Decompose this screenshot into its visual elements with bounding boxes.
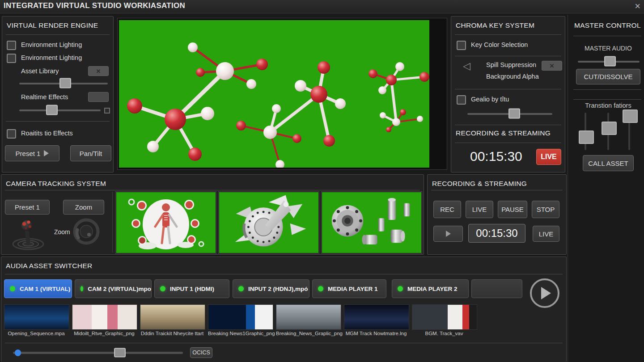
chroma-key-panel: CHROMA KEY SYSTEM Key Color Selection ◁ … (451, 16, 565, 173)
media-thumbnail-3[interactable] (140, 304, 205, 330)
transition-fader-3[interactable] (623, 113, 636, 150)
fader-handle[interactable] (623, 109, 638, 123)
stop-button[interactable]: STOP (532, 201, 559, 218)
asset-library-close-button[interactable]: ✕ (88, 66, 109, 76)
env-lighting-checkbox-2[interactable] (7, 54, 16, 63)
divider (6, 34, 110, 35)
media-thumbnail-5[interactable] (276, 304, 341, 330)
divider (455, 34, 561, 35)
source-cam1-button[interactable]: CAM 1 (VIRTUAL) (4, 279, 72, 298)
pause-label: PAUSE (501, 206, 524, 213)
ocics-label: OCICS (192, 349, 210, 356)
source-media1-button[interactable]: MEDIA PLAYER 1 (312, 279, 386, 298)
live-label: LIVE (472, 206, 487, 213)
rec-button[interactable]: REC (433, 201, 461, 218)
zoom-knob[interactable] (72, 217, 101, 246)
spill-suppression-label: Spill Suppression (486, 61, 536, 68)
divider (455, 125, 561, 125)
triangle-left-icon[interactable]: ◁ (463, 60, 470, 72)
source-input2-button[interactable]: INPUT 2 (HDNJ),mpó (233, 279, 309, 298)
source-empty-button[interactable] (471, 279, 522, 298)
realtime-effects-label: Realtime Effects (21, 93, 68, 101)
master-audio-slider[interactable] (578, 57, 640, 65)
slider-handle[interactable] (508, 109, 520, 119)
source-label: CAM 1 (VIRTUAL) (20, 286, 70, 292)
master-divider (568, 15, 568, 362)
env-lighting-label-1: Environment Lighting (21, 41, 82, 48)
source-input1-button[interactable]: INPUT 1 (HDMI) (154, 279, 229, 298)
media-thumbnail-1[interactable] (4, 304, 69, 330)
machine-parts-graphic (322, 192, 421, 253)
slider-track[interactable] (19, 109, 101, 111)
program-preview[interactable] (117, 18, 447, 170)
gealio-label: Gealio by tîtu (471, 96, 509, 103)
media-caption: Breaking News1Graphic_png (208, 331, 272, 336)
spill-close-button[interactable]: ✕ (542, 61, 562, 71)
timeline-handle[interactable] (114, 348, 126, 358)
media-thumbnail-7[interactable] (412, 304, 477, 330)
cut-dissolve-label: CUT/DISSOLVE (584, 73, 633, 80)
source-cam2-button[interactable]: CAM 2 (VIRTUAL)mpo (75, 279, 152, 298)
play-icon (541, 287, 551, 299)
pause-button[interactable]: PAUSE (498, 201, 527, 218)
window-title: INTEGRATED VIRTUAL STUDIO WORKIASATION (4, 1, 185, 10)
media-caption: Midoilt_Rtve_Graphic_png (72, 331, 136, 336)
stream-timer: 00:15:30 (470, 149, 522, 164)
pan-tilt-label: Pan/Tilt (80, 150, 102, 157)
divider (6, 121, 110, 122)
play-icon (44, 150, 49, 156)
media-caption: Opening_Sequence.mpa (4, 331, 68, 336)
camera-preset-label: Preset 1 (15, 203, 40, 211)
tally-dot (318, 286, 323, 291)
fader-handle[interactable] (579, 130, 594, 144)
camera-preset-button[interactable]: Preset 1 (5, 200, 50, 215)
camera-preview-2[interactable] (219, 192, 319, 253)
slider-handle[interactable] (46, 105, 58, 115)
pan-tilt-button[interactable]: Pan/Tilt (70, 145, 111, 161)
effects-intensity-slider[interactable] (19, 106, 101, 114)
effects-checkbox[interactable] (7, 129, 16, 139)
play-button[interactable] (433, 226, 463, 242)
camera-preview-3[interactable] (322, 192, 422, 253)
media-thumbnail-6[interactable] (344, 304, 409, 330)
live-button-2[interactable]: LIVE (533, 226, 559, 242)
realtime-effects-button[interactable] (88, 92, 109, 102)
gealio-checkbox[interactable] (457, 95, 466, 105)
asset-switcher-panel: AUDIA ASSET SWITCHER CAM 1 (VIRTUAL) CAM… (1, 257, 567, 362)
transition-fader-2[interactable] (602, 113, 615, 150)
asset-library-label: Asset Library (21, 67, 59, 75)
ocics-button[interactable]: OCICS (190, 347, 212, 358)
media-thumbnail-2[interactable] (72, 304, 137, 330)
master-play-button[interactable] (530, 278, 559, 308)
source-label: INPUT 1 (HDMI) (170, 286, 214, 292)
media-thumbnail-4[interactable] (208, 304, 273, 330)
slider-handle[interactable] (604, 56, 616, 67)
tally-dot (10, 286, 15, 291)
gealio-slider[interactable] (467, 109, 552, 118)
camera-tracking-title: CAMERA TRACKING SYSTEM (6, 180, 106, 188)
live-button[interactable]: LIVE (466, 201, 493, 218)
joystick-icon[interactable] (8, 218, 49, 251)
preset-1-button[interactable]: Preset 1 (5, 145, 59, 161)
effects-option-box[interactable] (104, 108, 110, 114)
transition-fader-1[interactable] (579, 113, 592, 150)
tally-dot (80, 286, 83, 291)
camera-preview-1[interactable] (116, 192, 216, 253)
cut-dissolve-button[interactable]: CUT/DISSOLVE (576, 69, 640, 84)
camera-zoom-button[interactable]: Zoom (63, 200, 104, 215)
stop-label: STOP (537, 206, 555, 213)
timeline-slider[interactable] (13, 348, 183, 357)
close-icon[interactable]: × (635, 0, 640, 12)
env-lighting-checkbox-1[interactable] (7, 41, 16, 50)
source-label: INPUT 2 (HDNJ),mpó (248, 286, 308, 292)
slider-handle[interactable] (59, 78, 71, 88)
call-asset-button[interactable]: CALL ASSET (583, 155, 634, 171)
source-media2-button[interactable]: MEDIA PLAYER 2 (392, 279, 469, 298)
fader-handle[interactable] (602, 122, 617, 135)
divider (5, 343, 563, 343)
source-label: MEDIA PLAYER 2 (407, 286, 458, 292)
render-quality-slider[interactable] (19, 79, 108, 87)
divider (573, 36, 641, 36)
live-badge[interactable]: LIVE (536, 149, 561, 165)
key-color-checkbox[interactable] (457, 41, 466, 50)
